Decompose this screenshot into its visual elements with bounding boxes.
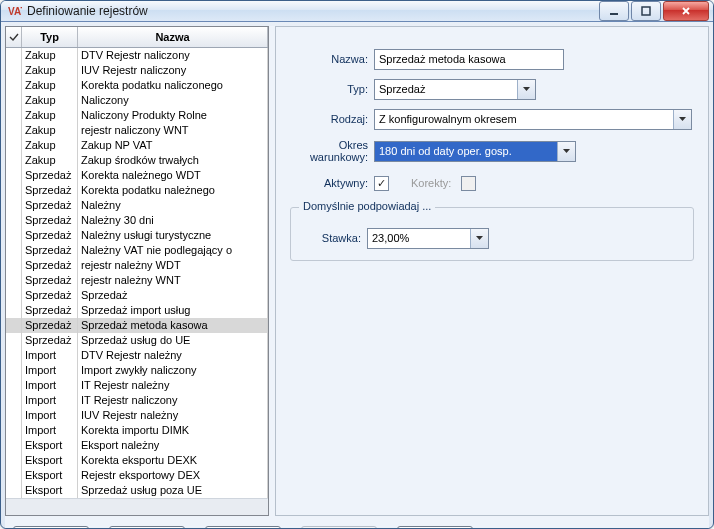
chevron-down-icon[interactable] bbox=[517, 80, 535, 99]
cell-nazwa: IT Rejestr naliczony bbox=[78, 393, 268, 408]
col-header-typ[interactable]: Typ bbox=[22, 27, 78, 47]
window-title: Definiowanie rejestrów bbox=[27, 4, 599, 18]
cell-nazwa: Rejestr eksportowy DEX bbox=[78, 468, 268, 483]
svg-text:VAT: VAT bbox=[8, 6, 22, 17]
typ-combo[interactable]: Sprzedaż bbox=[374, 79, 536, 100]
row-marker bbox=[6, 363, 22, 378]
chevron-down-icon[interactable] bbox=[470, 229, 488, 248]
table-row[interactable]: SprzedażNależny bbox=[6, 198, 268, 213]
cell-typ: Zakup bbox=[22, 78, 78, 93]
chevron-down-icon[interactable] bbox=[673, 110, 691, 129]
rodzaj-combo[interactable]: Z konfigurowalnym okresem bbox=[374, 109, 692, 130]
table-row[interactable]: ZakupIUV Rejestr naliczony bbox=[6, 63, 268, 78]
cell-typ: Import bbox=[22, 423, 78, 438]
table-row[interactable]: ZakupZakup środków trwałych bbox=[6, 153, 268, 168]
table-row[interactable]: SprzedażKorekta podatku należnego bbox=[6, 183, 268, 198]
cell-typ: Sprzedaż bbox=[22, 183, 78, 198]
window-frame: VAT Definiowanie rejestrów bbox=[0, 0, 714, 529]
cell-typ: Import bbox=[22, 393, 78, 408]
row-marker bbox=[6, 288, 22, 303]
fieldset-legend: Domyślnie podpowiadaj ... bbox=[299, 200, 435, 212]
cell-nazwa: IUV Rejestr naliczony bbox=[78, 63, 268, 78]
table-row[interactable]: Zakuprejestr naliczony WNT bbox=[6, 123, 268, 138]
dodaj-button[interactable]: Dodaj bbox=[13, 526, 89, 530]
row-marker bbox=[6, 318, 22, 333]
cell-typ: Import bbox=[22, 363, 78, 378]
okres-combo-text: 180 dni od daty oper. gosp. bbox=[375, 142, 557, 161]
close-button[interactable] bbox=[663, 1, 709, 21]
col-header-marker[interactable] bbox=[6, 27, 22, 47]
row-marker bbox=[6, 183, 22, 198]
aktywny-checkbox[interactable] bbox=[374, 176, 389, 191]
maximize-button[interactable] bbox=[631, 1, 661, 21]
nazwa-input[interactable] bbox=[374, 49, 564, 70]
table-row[interactable]: SprzedażKorekta należnego WDT bbox=[6, 168, 268, 183]
table-row[interactable]: ImportIUV Rejestr należny bbox=[6, 408, 268, 423]
row-marker bbox=[6, 303, 22, 318]
grid-body[interactable]: ZakupDTV Rejestr naliczonyZakupIUV Rejes… bbox=[6, 48, 268, 498]
table-row[interactable]: ZakupZakup NP VAT bbox=[6, 138, 268, 153]
cell-typ: Sprzedaż bbox=[22, 288, 78, 303]
cell-typ: Sprzedaż bbox=[22, 318, 78, 333]
cell-nazwa: Import zwykły naliczony bbox=[78, 363, 268, 378]
minimize-button[interactable] bbox=[599, 1, 629, 21]
row-marker bbox=[6, 393, 22, 408]
usun-button[interactable]: Usuń bbox=[109, 526, 185, 530]
window-controls bbox=[599, 1, 709, 21]
korekty-label: Korekty: bbox=[411, 177, 451, 189]
table-row[interactable]: SprzedażSprzedaż bbox=[6, 288, 268, 303]
cell-nazwa: Sprzedaż bbox=[78, 288, 268, 303]
table-row[interactable]: SprzedażNależny VAT nie podlegający o bbox=[6, 243, 268, 258]
stawka-combo[interactable]: 23,00% bbox=[367, 228, 489, 249]
row-marker bbox=[6, 138, 22, 153]
okres-combo[interactable]: 180 dni od daty oper. gosp. bbox=[374, 141, 576, 162]
table-row[interactable]: ImportImport zwykły naliczony bbox=[6, 363, 268, 378]
grid-hscroll-area[interactable] bbox=[6, 498, 268, 515]
table-row[interactable]: Sprzedażrejestr należny WDT bbox=[6, 258, 268, 273]
cell-nazwa: IUV Rejestr należny bbox=[78, 408, 268, 423]
registers-grid[interactable]: Typ Nazwa ZakupDTV Rejestr naliczonyZaku… bbox=[5, 26, 269, 516]
table-row[interactable]: ZakupDTV Rejestr naliczony bbox=[6, 48, 268, 63]
cell-nazwa: Sprzedaż usług do UE bbox=[78, 333, 268, 348]
cell-nazwa: Zakup NP VAT bbox=[78, 138, 268, 153]
nazwa-label: Nazwa: bbox=[290, 53, 368, 65]
okres-label-l1: Okres bbox=[339, 139, 368, 151]
table-row[interactable]: EksportEksport należny bbox=[6, 438, 268, 453]
table-row[interactable]: SprzedażSprzedaż usług do UE bbox=[6, 333, 268, 348]
table-row[interactable]: ImportKorekta importu DIMK bbox=[6, 423, 268, 438]
table-row[interactable]: EksportRejestr eksportowy DEX bbox=[6, 468, 268, 483]
table-row[interactable]: EksportKorekta eksportu DEXK bbox=[6, 453, 268, 468]
typ-label: Typ: bbox=[290, 83, 368, 95]
table-row[interactable]: Sprzedażrejestr należny WNT bbox=[6, 273, 268, 288]
row-marker bbox=[6, 408, 22, 423]
table-row[interactable]: SprzedażNależny 30 dni bbox=[6, 213, 268, 228]
table-row[interactable]: ZakupKorekta podatku naliczonego bbox=[6, 78, 268, 93]
cell-typ: Zakup bbox=[22, 93, 78, 108]
table-row[interactable]: SprzedażSprzedaż metoda kasowa bbox=[6, 318, 268, 333]
defaults-fieldset: Domyślnie podpowiadaj ... Stawka: 23,00% bbox=[290, 207, 694, 261]
table-row[interactable]: EksportSprzedaż usług poza UE bbox=[6, 483, 268, 498]
table-row[interactable]: ImportIT Rejestr naliczony bbox=[6, 393, 268, 408]
col-header-nazwa[interactable]: Nazwa bbox=[78, 27, 268, 47]
cell-nazwa: Naliczony Produkty Rolne bbox=[78, 108, 268, 123]
row-marker bbox=[6, 108, 22, 123]
table-row[interactable]: ZakupNaliczony bbox=[6, 93, 268, 108]
table-row[interactable]: SprzedażSprzedaż import usług bbox=[6, 303, 268, 318]
chevron-down-icon[interactable] bbox=[557, 142, 575, 161]
cell-nazwa: rejestr naliczony WNT bbox=[78, 123, 268, 138]
table-row[interactable]: ImportIT Rejestr należny bbox=[6, 378, 268, 393]
korekty-checkbox bbox=[461, 176, 476, 191]
okres-label: Okres warunkowy: bbox=[290, 139, 368, 163]
titlebar[interactable]: VAT Definiowanie rejestrów bbox=[1, 1, 713, 22]
table-row[interactable]: ImportDTV Rejestr należny bbox=[6, 348, 268, 363]
cell-nazwa: Eksport należny bbox=[78, 438, 268, 453]
row-marker bbox=[6, 78, 22, 93]
table-row[interactable]: SprzedażNależny usługi turystyczne bbox=[6, 228, 268, 243]
zamknij-button[interactable]: Zamknij bbox=[397, 526, 473, 530]
svg-rect-1 bbox=[610, 13, 618, 15]
stawka-label: Stawka: bbox=[301, 232, 361, 244]
cell-typ: Zakup bbox=[22, 153, 78, 168]
zapisz-button[interactable]: Zapisz bbox=[205, 526, 281, 530]
cell-typ: Zakup bbox=[22, 123, 78, 138]
table-row[interactable]: ZakupNaliczony Produkty Rolne bbox=[6, 108, 268, 123]
